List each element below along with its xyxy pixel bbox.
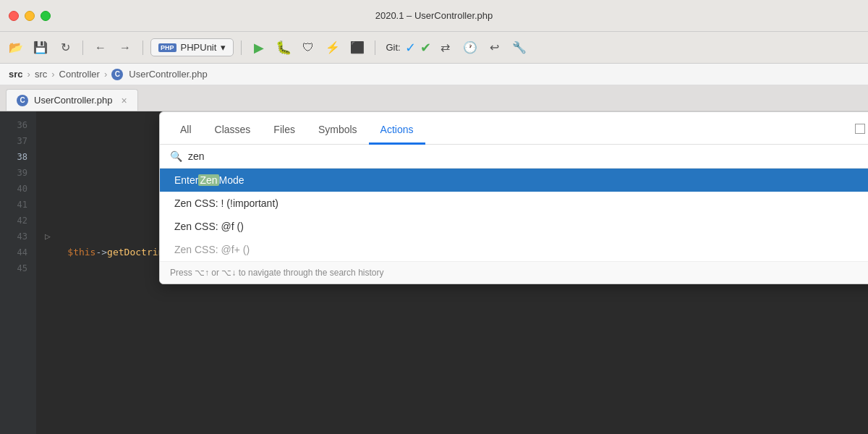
tab-classes[interactable]: Classes xyxy=(203,119,263,145)
breadcrumb-src-bold[interactable]: src xyxy=(9,69,23,80)
result-4-text: Zen CSS: @f+ () xyxy=(174,244,250,255)
line-42: 42 xyxy=(0,213,36,229)
result-2-text: Zen CSS: ! (!important) xyxy=(174,197,278,209)
window-title: 2020.1 – UserController.php xyxy=(375,10,493,21)
hint-text: Press ⌥↑ or ⌥↓ to navigate through the s… xyxy=(170,268,383,278)
tab-c-badge: C xyxy=(17,95,28,106)
search-icon: 🔍 xyxy=(170,150,182,162)
phpunit-chevron-icon: ▾ xyxy=(221,42,226,53)
breadcrumb-file[interactable]: UserController.php xyxy=(129,69,207,80)
breadcrumb-c-badge: C xyxy=(111,69,123,80)
refresh-icon[interactable]: ↻ xyxy=(55,38,75,58)
result-1-before: Enter xyxy=(174,174,198,186)
tabbar: C UserController.php × xyxy=(0,85,868,111)
code-this: $this xyxy=(67,247,95,258)
git-branch-icon[interactable]: ⇄ xyxy=(435,38,456,58)
profile-icon[interactable]: ⚡ xyxy=(323,38,343,58)
popup-results: Enter Zen Mode Zen CSS: ! (!important) Z… xyxy=(160,169,868,261)
result-item-2[interactable]: Zen CSS: ! (!important) xyxy=(160,192,868,215)
line-40: 40 xyxy=(0,181,36,197)
tab-close-icon[interactable]: × xyxy=(121,95,127,106)
run-icon[interactable]: ▶ xyxy=(249,38,269,58)
separator2 xyxy=(142,41,143,55)
tab-filename: UserController.php xyxy=(34,95,112,106)
breadcrumb-sep1: › xyxy=(27,69,30,80)
maximize-button[interactable] xyxy=(41,11,51,21)
run-coverage-icon[interactable]: 🛡 xyxy=(298,38,318,58)
search-input-display[interactable]: zen xyxy=(188,150,868,162)
popup-tabs-row: All Classes Files Symbols Actions Includ xyxy=(160,112,868,145)
editor-tab-usercontroller[interactable]: C UserController.php × xyxy=(6,89,138,111)
breadcrumb-controller[interactable]: Controller xyxy=(59,69,100,80)
code-arrow: -> xyxy=(95,247,107,258)
line-numbers: 36 37 38 39 40 41 42 43 44 45 xyxy=(0,111,36,434)
git-history-icon[interactable]: 🕐 xyxy=(460,38,480,58)
line-45: 45 xyxy=(0,260,36,276)
line-38: 38 xyxy=(0,149,36,165)
include-section: Includ xyxy=(855,124,868,140)
save-icon[interactable]: 💾 xyxy=(30,38,51,58)
line-44: 44 xyxy=(0,244,36,260)
phpunit-badge: PHP xyxy=(158,43,176,52)
result-1-highlight: Zen xyxy=(198,174,218,186)
breadcrumb: src › src › Controller › C UserControlle… xyxy=(0,64,868,85)
result-1-after: Mode xyxy=(219,174,244,186)
folder-icon[interactable]: 📂 xyxy=(6,38,26,58)
debug-icon[interactable]: 🐛 xyxy=(273,38,294,58)
breadcrumb-sep2: › xyxy=(51,69,54,80)
breadcrumb-sep3: › xyxy=(104,69,107,80)
tab-symbols[interactable]: Symbols xyxy=(307,119,369,145)
phpunit-label: PHPUnit xyxy=(181,42,217,53)
git-section: Git: ✓ ✔ ⇄ 🕐 ↩ 🔧 xyxy=(386,38,529,58)
stop-icon[interactable]: ⬛ xyxy=(347,38,367,58)
line-37: 37 xyxy=(0,133,36,149)
back-icon[interactable]: ← xyxy=(90,38,111,58)
line-43: 43 xyxy=(0,229,36,244)
git-check-icon[interactable]: ✓ xyxy=(405,40,416,56)
result-item-1[interactable]: Enter Zen Mode xyxy=(160,169,868,192)
tab-files[interactable]: Files xyxy=(262,119,307,145)
line-41: 41 xyxy=(0,197,36,213)
separator4 xyxy=(375,41,375,55)
git-revert-icon[interactable]: ↩ xyxy=(485,38,505,58)
search-popup: All Classes Files Symbols Actions Includ… xyxy=(159,111,868,284)
breadcrumb-src[interactable]: src xyxy=(35,69,47,80)
forward-icon[interactable]: → xyxy=(115,38,135,58)
tab-actions[interactable]: Actions xyxy=(369,119,425,145)
separator xyxy=(82,41,83,55)
result-item-3[interactable]: Zen CSS: @f () xyxy=(160,215,868,238)
toolbar: 📂 💾 ↻ ← → PHP PHPUnit ▾ ▶ 🐛 🛡 ⚡ ⬛ Git: ✓… xyxy=(0,32,868,64)
git-tick-icon[interactable]: ✔ xyxy=(420,40,431,56)
editor-area: 36 37 38 39 40 41 42 43 44 45 ▷ $this->g… xyxy=(0,111,868,434)
tab-all[interactable]: All xyxy=(169,119,203,145)
search-input-row: 🔍 zen Pres xyxy=(160,145,868,169)
line-39: 39 xyxy=(0,165,36,181)
minimize-button[interactable] xyxy=(25,11,35,21)
gutter-arrow-43: ▷ xyxy=(45,231,51,242)
separator3 xyxy=(241,41,242,55)
phpunit-dropdown[interactable]: PHP PHPUnit ▾ xyxy=(150,38,234,56)
git-label: Git: xyxy=(386,42,400,53)
result-3-text: Zen CSS: @f () xyxy=(174,221,244,232)
traffic-lights xyxy=(9,11,51,21)
close-button[interactable] xyxy=(9,11,19,21)
popup-hint: Press ⌥↑ or ⌥↓ to navigate through the s… xyxy=(160,261,868,284)
include-checkbox[interactable] xyxy=(855,124,865,134)
code-area[interactable]: ▷ $this->getDoctrine()->getManager()->fl… xyxy=(36,111,868,434)
settings-icon[interactable]: 🔧 xyxy=(509,38,529,58)
line-36: 36 xyxy=(0,117,36,133)
result-item-4[interactable]: Zen CSS: @f+ () xyxy=(160,238,868,261)
titlebar: 2020.1 – UserController.php xyxy=(0,0,868,32)
